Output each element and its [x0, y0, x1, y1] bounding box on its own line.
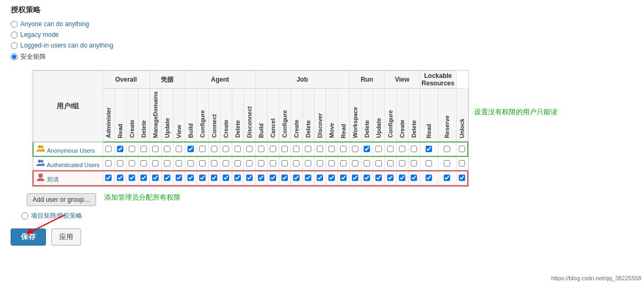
radio-anyone-input[interactable] [11, 21, 18, 28]
checkbox-r1-c21[interactable] [352, 160, 358, 167]
checkbox-r2-c0[interactable] [105, 175, 112, 181]
checkbox-r0-c17[interactable] [305, 146, 311, 152]
checkbox-r0-c12[interactable] [246, 146, 253, 152]
checkbox-r0-c23[interactable] [375, 146, 382, 152]
checkbox-r1-c1[interactable] [117, 160, 123, 167]
checkbox-r0-c19[interactable] [328, 146, 335, 152]
checkbox-r2-c27[interactable] [426, 175, 432, 181]
checkbox-r0-c9[interactable] [211, 146, 217, 152]
checkbox-r0-c22[interactable] [364, 146, 370, 152]
checkbox-r0-c14[interactable] [270, 146, 276, 152]
checkbox-r0-c24[interactable] [387, 146, 394, 152]
checkbox-r1-c15[interactable] [281, 160, 288, 167]
checkbox-r2-c28[interactable] [444, 175, 450, 181]
checkbox-r0-c28[interactable] [444, 146, 450, 152]
checkbox-r0-c15[interactable] [281, 146, 288, 152]
checkbox-r2-c24[interactable] [387, 175, 394, 181]
checkbox-r2-c5[interactable] [164, 175, 170, 181]
checkbox-r2-c20[interactable] [340, 175, 347, 181]
checkbox-r0-c16[interactable] [293, 146, 300, 152]
checkbox-r2-c9[interactable] [211, 175, 217, 181]
checkbox-r2-c23[interactable] [375, 175, 382, 181]
checkbox-cell-r0-c25 [396, 142, 408, 156]
checkbox-r2-c21[interactable] [352, 175, 358, 181]
checkbox-r2-c2[interactable] [129, 175, 135, 181]
checkbox-r2-c29[interactable] [459, 175, 465, 181]
checkbox-r0-c0[interactable] [105, 146, 112, 152]
checkbox-r1-c19[interactable] [328, 160, 335, 167]
checkbox-r1-c22[interactable] [364, 160, 370, 167]
checkbox-r1-c28[interactable] [444, 160, 450, 167]
checkbox-r2-c19[interactable] [328, 175, 335, 181]
checkbox-r2-c22[interactable] [364, 175, 370, 181]
checkbox-r1-c5[interactable] [164, 160, 170, 167]
checkbox-r1-c14[interactable] [270, 160, 276, 167]
checkbox-r2-c11[interactable] [234, 175, 241, 181]
checkbox-r0-c25[interactable] [399, 146, 405, 152]
checkbox-r1-c11[interactable] [234, 160, 241, 167]
checkbox-r1-c27[interactable] [426, 160, 432, 167]
checkbox-r2-c4[interactable] [152, 175, 159, 181]
checkbox-r2-c7[interactable] [187, 175, 194, 181]
checkbox-r2-c15[interactable] [281, 175, 288, 181]
checkbox-r2-c12[interactable] [246, 175, 253, 181]
checkbox-r2-c6[interactable] [176, 175, 182, 181]
checkbox-r2-c17[interactable] [305, 175, 311, 181]
checkbox-r2-c1[interactable] [117, 175, 123, 181]
checkbox-r0-c5[interactable] [164, 146, 170, 152]
checkbox-r0-c13[interactable] [258, 146, 264, 152]
checkbox-cell-r2-c19 [326, 171, 337, 186]
checkbox-r2-c8[interactable] [199, 175, 206, 181]
checkbox-r1-c0[interactable] [105, 160, 112, 167]
checkbox-r1-c2[interactable] [129, 160, 135, 167]
checkbox-r1-c10[interactable] [223, 160, 229, 167]
checkbox-r0-c11[interactable] [234, 146, 241, 152]
checkbox-r1-c16[interactable] [293, 160, 300, 167]
checkbox-r1-c6[interactable] [176, 160, 182, 167]
checkbox-r1-c13[interactable] [258, 160, 264, 167]
checkbox-r0-c10[interactable] [223, 146, 229, 152]
radio-matrix-input[interactable] [11, 53, 18, 60]
checkbox-r0-c1[interactable] [117, 146, 123, 152]
checkbox-r1-c25[interactable] [399, 160, 405, 167]
checkbox-r2-c14[interactable] [270, 175, 276, 181]
col-header-0: Administer [103, 89, 114, 143]
checkbox-r2-c3[interactable] [140, 175, 147, 181]
checkbox-r1-c7[interactable] [187, 160, 194, 167]
checkbox-r1-c4[interactable] [152, 160, 159, 167]
checkbox-r1-c20[interactable] [340, 160, 347, 167]
checkbox-r2-c18[interactable] [317, 175, 323, 181]
checkbox-r1-c8[interactable] [199, 160, 206, 167]
checkbox-r0-c20[interactable] [340, 146, 347, 152]
checkbox-r0-c7[interactable] [187, 146, 194, 152]
checkbox-r0-c3[interactable] [140, 146, 147, 152]
checkbox-r1-c3[interactable] [140, 160, 147, 167]
checkbox-r0-c21[interactable] [352, 146, 358, 152]
checkbox-r2-c16[interactable] [293, 175, 300, 181]
checkbox-r0-c29[interactable] [459, 146, 465, 152]
checkbox-r1-c26[interactable] [411, 160, 417, 167]
checkbox-r0-c6[interactable] [176, 146, 182, 152]
checkbox-r0-c2[interactable] [129, 146, 135, 152]
checkbox-r2-c26[interactable] [411, 175, 417, 181]
radio-loggedin-input[interactable] [11, 42, 18, 49]
add-user-button[interactable]: Add user or group… [27, 193, 96, 206]
checkbox-r1-c18[interactable] [317, 160, 323, 167]
checkbox-r1-c24[interactable] [387, 160, 394, 167]
checkbox-r1-c29[interactable] [459, 160, 465, 167]
checkbox-r1-c9[interactable] [211, 160, 217, 167]
checkbox-r1-c12[interactable] [246, 160, 253, 167]
checkbox-cell-r2-c6 [173, 171, 185, 186]
checkbox-r0-c26[interactable] [411, 146, 417, 152]
checkbox-r2-c13[interactable] [258, 175, 264, 181]
checkbox-r0-c18[interactable] [317, 146, 323, 152]
radio-matrix-label: 安全矩阵 [20, 52, 46, 61]
checkbox-r1-c23[interactable] [375, 160, 382, 167]
checkbox-r0-c8[interactable] [199, 146, 206, 152]
checkbox-r2-c10[interactable] [223, 175, 229, 181]
checkbox-r0-c27[interactable] [426, 146, 432, 152]
checkbox-r1-c17[interactable] [305, 160, 311, 167]
radio-legacy-input[interactable] [11, 31, 18, 38]
checkbox-r2-c25[interactable] [399, 175, 405, 181]
checkbox-r0-c4[interactable] [152, 146, 159, 152]
